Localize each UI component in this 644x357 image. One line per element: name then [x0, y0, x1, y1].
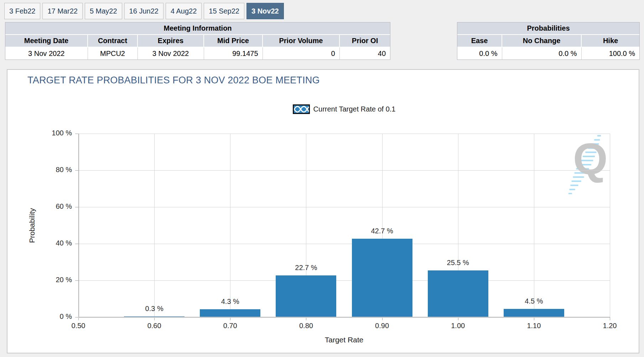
plot-area: Q Probability Target Rate 0.500.600.700.…	[78, 134, 610, 317]
tab-17-mar22[interactable]: 17 Mar22	[42, 3, 83, 19]
column-header-prior-volume: Prior Volume	[263, 35, 339, 47]
bar-0.80	[276, 275, 336, 317]
x-tick-label: 0.80	[292, 322, 320, 330]
column-header-prior-oi: Prior OI	[339, 35, 390, 47]
bar-value-label: 42.7 %	[357, 227, 407, 235]
gridline-horizontal	[78, 207, 610, 207]
column-header-meeting-date: Meeting Date	[5, 35, 88, 47]
chart-panel: TARGET RATE PROBABILITIES FOR 3 NOV 2022…	[7, 69, 639, 353]
column-header-hike: Hike	[581, 35, 639, 47]
x-tick-label: 0.70	[216, 322, 244, 330]
y-tick-mark	[75, 170, 78, 171]
table-row: 0.0 %0.0 %100.0 %	[457, 47, 639, 59]
bar-0.70	[200, 309, 260, 317]
bar-1.10	[504, 309, 564, 317]
bar-value-label: 0.3 %	[129, 305, 179, 313]
x-tick-label: 1.20	[596, 322, 624, 330]
legend-label: Current Target Rate of 0.1	[313, 105, 396, 113]
tab-15-sep22[interactable]: 15 Sep22	[204, 3, 244, 19]
bar-1.00	[428, 270, 488, 317]
gridline-vertical	[610, 134, 610, 317]
gridline-horizontal	[78, 134, 610, 134]
table-cell-contract: MPCU2	[88, 47, 137, 59]
gridline-vertical	[154, 134, 155, 317]
bar-value-label: 22.7 %	[281, 264, 331, 272]
y-tick-mark	[75, 207, 78, 207]
legend-swatch-icon	[293, 104, 310, 114]
y-axis-line	[78, 134, 79, 317]
bar-0.90	[352, 239, 412, 317]
table-cell-hike: 100.0 %	[581, 47, 639, 59]
column-header-mid-price: Mid Price	[204, 35, 263, 47]
column-header-no-change: No Change	[502, 35, 581, 47]
gridline-vertical	[230, 134, 230, 317]
y-tick-label: 60 %	[38, 202, 72, 211]
y-tick-label: 80 %	[38, 166, 72, 174]
tab-3-feb22[interactable]: 3 Feb22	[4, 3, 40, 19]
quikstrike-watermark: Q	[564, 134, 607, 194]
x-tick-label: 1.10	[520, 322, 548, 330]
x-axis-line	[78, 317, 610, 318]
probabilities-grid: ProbabilitiesEaseNo ChangeHike0.0 %0.0 %…	[457, 22, 639, 59]
table-cell-no-change: 0.0 %	[502, 47, 581, 59]
column-header-expires: Expires	[137, 35, 204, 47]
table-cell-expires: 3 Nov 2022	[137, 47, 204, 59]
y-tick-label: 20 %	[38, 276, 72, 284]
probabilities-table: ProbabilitiesEaseNo ChangeHike0.0 %0.0 %…	[457, 22, 640, 60]
gridline-horizontal	[78, 280, 610, 281]
chart-title: TARGET RATE PROBABILITIES FOR 3 NOV 2022…	[27, 75, 320, 86]
gridline-horizontal	[78, 170, 610, 171]
y-axis-title: Probability	[28, 208, 36, 243]
table-group-header: Meeting Information	[5, 22, 390, 35]
table-cell-ease: 0.0 %	[457, 47, 502, 59]
x-tick-label: 0.90	[368, 322, 396, 330]
tab-5-may22[interactable]: 5 May22	[85, 3, 122, 19]
x-tick-label: 0.60	[140, 322, 168, 330]
bar-value-label: 25.5 %	[433, 259, 483, 267]
table-row: 3 Nov 2022MPCU23 Nov 202299.1475040	[5, 47, 390, 59]
y-tick-mark	[75, 244, 78, 244]
table-cell-prior-volume: 0	[263, 47, 339, 59]
y-tick-label: 0 %	[38, 312, 72, 321]
table-group-header: Probabilities	[457, 22, 639, 35]
gridline-horizontal	[78, 244, 610, 244]
meeting-information-table: Meeting InformationMeeting DateContractE…	[5, 22, 390, 60]
x-tick-mark	[610, 317, 610, 320]
x-tick-label: 1.00	[444, 322, 472, 330]
gridline-vertical	[534, 134, 534, 317]
watermark-swoosh-icon	[564, 134, 607, 194]
meeting-information-grid: Meeting InformationMeeting DateContractE…	[5, 22, 390, 59]
y-tick-mark	[75, 134, 78, 134]
y-tick-label: 40 %	[38, 239, 72, 247]
table-cell-mid-price: 99.1475	[204, 47, 263, 59]
bar-value-label: 4.3 %	[205, 298, 255, 306]
y-tick-mark	[75, 317, 78, 317]
y-tick-label: 100 %	[38, 129, 72, 137]
tab-bar: 3 Feb2217 Mar225 May2216 Jun224 Aug2215 …	[4, 3, 284, 19]
x-axis-title: Target Rate	[78, 336, 610, 344]
chart-legend: Current Target Rate of 0.1	[78, 104, 610, 114]
column-header-contract: Contract	[88, 35, 137, 47]
tab-3-nov22[interactable]: 3 Nov22	[246, 3, 284, 19]
table-cell-meeting-date: 3 Nov 2022	[5, 47, 88, 59]
watermark-q-letter: Q	[573, 136, 608, 181]
y-tick-mark	[75, 280, 78, 281]
column-header-ease: Ease	[457, 35, 502, 47]
bar-value-label: 4.5 %	[509, 297, 559, 305]
x-tick-label: 0.50	[64, 322, 93, 330]
tab-4-aug22[interactable]: 4 Aug22	[166, 3, 202, 19]
table-cell-prior-oi: 40	[339, 47, 390, 59]
tab-16-jun22[interactable]: 16 Jun22	[124, 3, 163, 19]
